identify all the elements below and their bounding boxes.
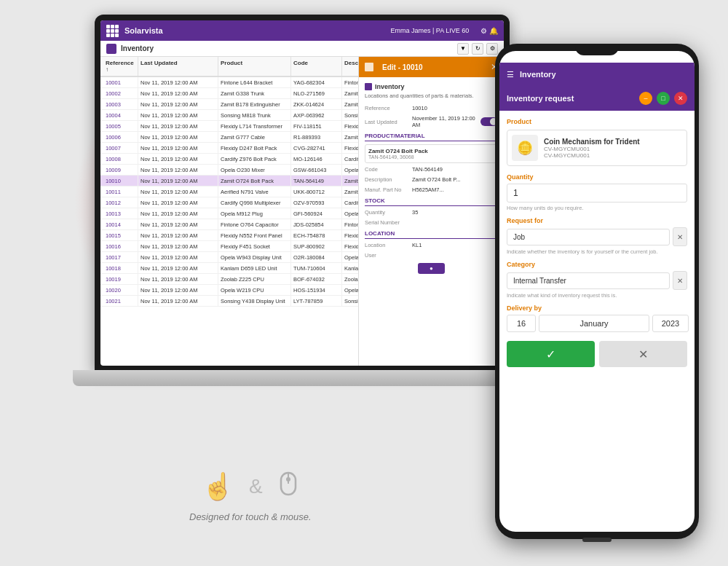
phone-app-title: Inventory — [520, 70, 556, 79]
location-value: KL1 — [412, 242, 498, 248]
inv-delivery-year[interactable] — [652, 315, 689, 332]
row-updated: Nov 11, 2019 12:00 AM — [138, 88, 218, 98]
row-product: Cardify Q998 Multiplexer — [218, 197, 291, 208]
inv-request-header: Inventory request – □ ✕ — [499, 86, 695, 111]
header-user: Emma James | PA LIVE 60 — [391, 27, 470, 34]
row-updated: Nov 11, 2019 12:00 AM — [138, 296, 218, 306]
inv-request-for-select[interactable]: Job — [507, 229, 670, 245]
row-product: Zoolab Z225 CPU — [218, 274, 291, 284]
app-title: Solarvista — [124, 26, 385, 35]
row-updated: Nov 11, 2019 12:00 AM — [138, 165, 218, 175]
row-updated: Nov 11, 2019 12:00 AM — [138, 230, 218, 240]
field-description: Description Zamit O724 Bolt P... — [365, 176, 498, 183]
touch-icon: ☝ — [202, 471, 234, 502]
row-ref: 10020 — [103, 285, 138, 295]
row-updated: Nov 11, 2019 12:00 AM — [138, 132, 218, 142]
row-product: Flexidy L714 Transformer — [218, 121, 291, 131]
inv-cancel-btn[interactable]: ✕ — [599, 341, 687, 367]
field-last-updated: Last Updated November 11, 2019 12:00 AM — [365, 115, 498, 128]
row-product: Flexidy N552 Front Panel — [218, 230, 291, 240]
toolbar-filter-btn[interactable]: ▼ — [457, 43, 469, 55]
inv-category-select[interactable]: Internal Transfer — [507, 272, 670, 289]
inv-request-for-clear[interactable]: ✕ — [673, 227, 687, 246]
row-product: Opela W943 Display Unit — [218, 252, 291, 262]
row-product: Fintone L644 Bracket — [218, 77, 291, 87]
row-code: TUM-710604 — [291, 263, 342, 273]
row-updated: Nov 11, 2019 12:00 AM — [138, 154, 218, 164]
toolbar-title: Inventory — [121, 44, 453, 52]
row-product: Flexidy D247 Bolt Pack — [218, 143, 291, 153]
col-code: Code — [291, 57, 342, 76]
toolbar-refresh-btn[interactable]: ↻ — [472, 43, 483, 55]
row-updated: Nov 11, 2019 12:00 AM — [138, 121, 218, 131]
field-serial: Serial Number — [365, 219, 498, 226]
panel-save-btn[interactable]: ● — [418, 263, 445, 274]
row-updated: Nov 11, 2019 12:00 AM — [138, 176, 218, 186]
row-product: Kanlam D659 LED Unit — [218, 263, 291, 273]
app-header: Solarvista Emma James | PA LIVE 60 ⚙ 🔔 — [100, 20, 504, 41]
row-code: YAG-682304 — [291, 77, 342, 87]
row-updated: Nov 11, 2019 12:00 AM — [138, 99, 218, 109]
row-ref: 10007 — [103, 143, 138, 153]
inv-confirm-btn[interactable]: ✓ — [507, 341, 595, 367]
product-box: Zamit O724 Bolt Pack TAN-564149, 36068 — [365, 144, 498, 163]
inv-quantity-hint: How many units do you require. — [507, 205, 687, 211]
inv-category-clear[interactable]: ✕ — [673, 271, 687, 290]
inv-maximize-btn[interactable]: □ — [657, 92, 670, 105]
inv-close-btn[interactable]: ✕ — [674, 92, 687, 105]
row-ref: 10001 — [103, 77, 138, 87]
bottom-caption-text: Designed for touch & mouse. — [189, 511, 312, 522]
row-ref: 10005 — [103, 121, 138, 131]
inv-minimize-btn[interactable]: – — [639, 92, 652, 105]
desc-value: Zamit O724 Bolt P... — [412, 176, 498, 183]
inv-delivery-day[interactable] — [507, 315, 536, 332]
row-updated: Nov 11, 2019 12:00 AM — [138, 197, 218, 208]
field-user: User — [365, 252, 498, 259]
row-product: Opela M912 Plug — [218, 208, 291, 219]
row-code: LYT-787859 — [291, 296, 342, 306]
row-code: GSW-661043 — [291, 165, 342, 175]
inv-quantity-input[interactable] — [507, 184, 687, 203]
row-updated: Nov 11, 2019 12:00 AM — [138, 110, 218, 120]
row-product: Sonsing Y438 Display Unit — [218, 296, 291, 306]
quantity-label: Quantity — [365, 209, 412, 216]
phone-device: ☰ Inventory Inventory request – □ ✕ — [495, 44, 699, 539]
toolbar: Inventory ▼ ↻ ⚙ — [100, 41, 504, 57]
inv-product-item: 🪙 Coin Mechanism for Trident CV-MGYCMU00… — [507, 130, 687, 166]
inv-quantity-label: Quantity — [507, 173, 687, 181]
row-ref: 10014 — [103, 219, 138, 229]
inv-delivery-month[interactable] — [539, 315, 649, 332]
laptop-screen-outer: Solarvista Emma James | PA LIVE 60 ⚙ 🔔 I… — [95, 15, 510, 372]
phone-notch — [575, 44, 619, 55]
device-icons-row: ☝ & — [202, 469, 299, 504]
reference-label: Reference — [365, 105, 412, 111]
code-label: Code — [365, 166, 412, 173]
inv-category-label: Category — [507, 261, 687, 268]
row-code: SUP-800902 — [291, 241, 342, 251]
phone-back-icon[interactable]: ☰ — [507, 70, 514, 79]
app-grid-icon[interactable] — [106, 25, 119, 37]
row-product: Zamit O724 Bolt Pack — [218, 176, 291, 186]
panel-subtitle-row: Inventory — [365, 83, 498, 90]
row-ref: 10004 — [103, 110, 138, 120]
toolbar-inventory-icon — [106, 44, 116, 54]
inv-category-hint: Indicate what kind of inventory request … — [507, 292, 687, 299]
row-code: ZKK-014624 — [291, 99, 342, 109]
laptop-device: Solarvista Emma James | PA LIVE 60 ⚙ 🔔 I… — [95, 15, 510, 466]
phone-app-header: ☰ Inventory — [499, 63, 695, 86]
field-quantity: Quantity 35 — [365, 209, 498, 216]
row-code: ECH-754878 — [291, 230, 342, 240]
row-code: BOF-674032 — [291, 274, 342, 284]
panel-description: Locations and quantities of parts & mate… — [365, 93, 498, 99]
col-product: Product — [218, 57, 291, 76]
inventory-request-modal: Inventory request – □ ✕ Product 🪙 — [499, 86, 695, 374]
row-ref: 10011 — [103, 186, 138, 197]
row-code: JDS-025854 — [291, 219, 342, 229]
inv-product-label: Product — [507, 118, 687, 125]
phone-home-button[interactable] — [582, 538, 612, 542]
row-product: Zamit B178 Extinguisher — [218, 99, 291, 109]
side-panel-content: Inventory Locations and quantities of pa… — [359, 77, 504, 280]
row-ref: 10009 — [103, 165, 138, 175]
inv-request-for-label: Request for — [507, 217, 687, 224]
row-updated: Nov 11, 2019 12:00 AM — [138, 186, 218, 197]
